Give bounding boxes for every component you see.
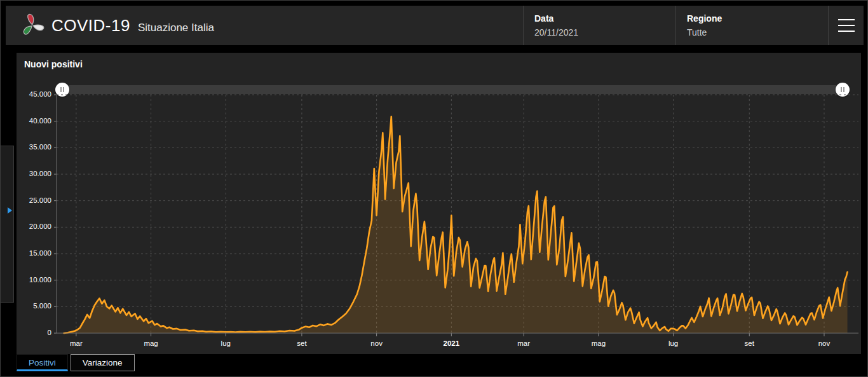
view-tabs: PositiviVariazione [17,354,135,371]
app-header: COVID-19 Situazione Italia Data 20/11/20… [6,6,864,45]
y-tick-label: 20.000 [17,223,51,230]
app-window: COVID-19 Situazione Italia Data 20/11/20… [0,0,868,377]
x-tick-label: mar [54,339,98,347]
region-value: Tutte [687,27,828,38]
protezione-civile-logo [20,13,45,38]
y-tick-label: 30.000 [17,170,51,177]
chart-panel: Nuovi positivi 05.00010.00015.00020.0002… [17,53,861,354]
y-tick-label: 0 [17,329,51,336]
x-tick-label: set [727,339,771,347]
y-tick-label: 25.000 [17,196,51,204]
x-tick-label: mar [501,339,546,347]
x-tick-label: mag [129,339,173,347]
date-field: Data 20/11/2021 [524,13,675,38]
date-value: 20/11/2021 [534,27,675,38]
new-positives-area-chart[interactable] [53,95,862,338]
panel-title: Nuovi positivi [24,59,83,69]
y-tick-label: 40.000 [17,117,51,125]
x-tick-label: nov [355,339,399,347]
app-title: COVID-19 [51,16,130,36]
y-tick-label: 10.000 [17,276,51,284]
region-field: Regione Tutte [676,13,828,38]
y-tick-label: 5.000 [17,302,51,310]
collapsed-panel-expander[interactable] [1,146,14,303]
app-title-group: COVID-19 Situazione Italia [51,16,214,36]
x-tick-label: mag [576,339,621,347]
x-tick-label: set [280,339,324,347]
x-tick-label: lug [203,339,248,347]
y-tick-label: 35.000 [17,143,51,151]
x-tick-label: 2021 [429,339,473,347]
tab-positivi[interactable]: Positivi [17,354,68,371]
hamburger-menu-icon[interactable] [829,6,864,45]
y-tick-label: 45.000 [17,90,51,98]
time-range-slider-track[interactable] [57,85,848,94]
chevron-right-icon[interactable] [8,207,12,214]
date-label: Data [534,13,675,24]
x-tick-label: lug [651,339,696,347]
x-tick-label: nov [802,339,846,347]
tab-variazione[interactable]: Variazione [71,354,135,371]
y-tick-label: 15.000 [17,249,51,257]
region-label: Regione [687,13,828,24]
app-subtitle: Situazione Italia [138,22,214,34]
